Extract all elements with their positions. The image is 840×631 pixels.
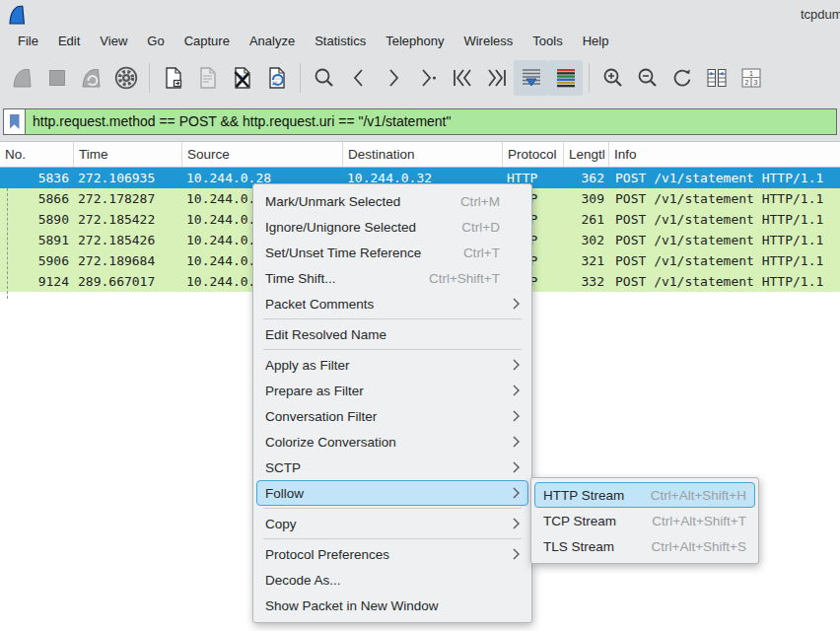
zoom-in-button[interactable] — [595, 60, 630, 96]
menu-item-label: Protocol Preferences — [265, 547, 500, 562]
display-filter-input[interactable]: http.request.method == POST && http.requ… — [26, 109, 836, 134]
stop-capture-button[interactable] — [39, 60, 74, 96]
start-capture-button[interactable] — [5, 60, 39, 96]
column-header-no[interactable]: No. — [0, 142, 74, 167]
menu-item-follow[interactable]: Follow — [256, 480, 528, 506]
zoom-out-icon — [635, 65, 661, 91]
menu-item-apply-as-filter[interactable]: Apply as Filter — [256, 352, 528, 378]
close-file-button[interactable] — [225, 60, 259, 96]
toolbar-separator — [300, 63, 301, 93]
packet-context-menu: Mark/Unmark SelectedCtrl+MIgnore/Unignor… — [252, 183, 532, 623]
submenu-arrow-icon — [508, 548, 520, 560]
submenu-arrow-icon — [508, 436, 520, 448]
packet-cell-info: POST /v1/statement HTTP/1.1 — [609, 188, 840, 209]
packet-cell-info: POST /v1/statement HTTP/1.1 — [609, 271, 840, 292]
menu-item-label: HTTP Stream — [543, 488, 631, 503]
go-first-packet-button[interactable] — [445, 60, 479, 96]
toolbar: 123 — [0, 53, 840, 103]
wireshark-logo-icon — [7, 3, 27, 26]
go-forward-button[interactable] — [376, 60, 410, 96]
submenu-item-tls-stream[interactable]: TLS StreamCtrl+Alt+Shift+S — [534, 533, 755, 559]
menu-item-copy[interactable]: Copy — [256, 511, 528, 536]
packet-cell-info: POST /v1/statement HTTP/1.1 — [609, 250, 840, 271]
packet-cell-info: POST /v1/statement HTTP/1.1 — [609, 230, 840, 250]
packet-cell-info: POST /v1/statement HTTP/1.1 — [609, 209, 840, 230]
menubar-help[interactable]: Help — [573, 30, 619, 52]
find-icon — [312, 65, 337, 91]
stop-icon — [44, 65, 70, 91]
gear-icon — [113, 65, 139, 91]
menu-item-protocol-preferences[interactable]: Protocol Preferences — [256, 541, 528, 567]
menu-item-set-unset-time-reference[interactable]: Set/Unset Time ReferenceCtrl+T — [256, 240, 528, 265]
submenu-arrow-icon — [508, 461, 520, 473]
menubar-tools[interactable]: Tools — [523, 30, 572, 52]
save-file-button[interactable] — [190, 60, 225, 96]
go-to-packet-button[interactable] — [410, 60, 445, 96]
submenu-arrow-icon — [508, 410, 520, 422]
find-packet-button[interactable] — [307, 60, 341, 96]
menubar-view[interactable]: View — [90, 30, 137, 52]
column-header-lengtl[interactable]: Lengtl — [564, 142, 609, 167]
column-header-protocol[interactable]: Protocol — [503, 142, 564, 167]
zoom-reset-button[interactable] — [665, 60, 699, 96]
menu-item-show-packet-in-new-window[interactable]: Show Packet in New Window — [256, 593, 528, 618]
reload-icon — [264, 65, 290, 91]
submenu-item-http-stream[interactable]: HTTP StreamCtrl+Alt+Shift+H — [534, 482, 755, 508]
packet-cell-no: 5906 — [0, 250, 74, 271]
menu-item-colorize-conversation[interactable]: Colorize Conversation — [256, 429, 528, 455]
packet-cell-no: 5866 — [0, 188, 74, 209]
menu-item-label: TCP Stream — [543, 514, 632, 528]
menu-item-label: Time Shift... — [265, 271, 409, 286]
packet-cell-time: 272.185422 — [74, 209, 182, 230]
go-last-packet-button[interactable] — [479, 60, 514, 96]
colorize-button[interactable] — [548, 60, 583, 96]
submenu-item-tcp-stream[interactable]: TCP StreamCtrl+Alt+Shift+T — [534, 508, 755, 533]
menu-item-prepare-as-filter[interactable]: Prepare as Filter — [256, 378, 528, 403]
menu-item-packet-comments[interactable]: Packet Comments — [256, 291, 528, 316]
packet-cell-time: 272.189684 — [74, 250, 182, 271]
shark-fin-icon — [10, 65, 35, 91]
reload-file-button[interactable] — [259, 60, 294, 96]
menubar-statistics[interactable]: Statistics — [305, 30, 376, 52]
filter-bookmark-button[interactable] — [4, 109, 26, 134]
column-header-info[interactable]: Info — [609, 142, 840, 167]
menu-item-label: Follow — [265, 486, 500, 501]
menu-item-time-shift[interactable]: Time Shift...Ctrl+Shift+T — [256, 265, 528, 291]
restart-capture-button[interactable] — [74, 60, 108, 96]
menu-item-shortcut: Ctrl+D — [461, 220, 500, 235]
menubar-file[interactable]: File — [8, 30, 48, 52]
resize-columns-button[interactable] — [699, 60, 734, 96]
capture-options-button[interactable] — [108, 60, 143, 96]
packet-cell-time: 272.106935 — [74, 168, 182, 188]
menubar-analyze[interactable]: Analyze — [240, 30, 305, 52]
open-file-button[interactable] — [156, 60, 190, 96]
column-header-destination[interactable]: Destination — [343, 142, 503, 167]
svg-text:1: 1 — [749, 70, 753, 77]
packet-cell-no: 9124 — [0, 271, 74, 292]
menu-item-label: Mark/Unmark Selected — [265, 194, 441, 209]
zoom-out-button[interactable] — [630, 60, 665, 96]
menu-item-shortcut: Ctrl+T — [463, 245, 500, 260]
column-header-source[interactable]: Source — [182, 142, 343, 167]
menubar-telephony[interactable]: Telephony — [376, 30, 454, 52]
menu-item-shortcut: Ctrl+Alt+Shift+T — [652, 514, 746, 528]
menu-item-sctp[interactable]: SCTP — [256, 455, 528, 480]
menu-item-mark-unmark-selected[interactable]: Mark/Unmark SelectedCtrl+M — [256, 188, 528, 214]
column-header-time[interactable]: Time — [74, 142, 182, 167]
menu-item-edit-resolved-name[interactable]: Edit Resolved Name — [256, 321, 528, 347]
menu-item-ignore-unignore-selected[interactable]: Ignore/Unignore SelectedCtrl+D — [256, 214, 528, 240]
go-back-button[interactable] — [341, 60, 376, 96]
follow-submenu: HTTP StreamCtrl+Alt+Shift+HTCP StreamCtr… — [530, 477, 759, 564]
menu-item-label: Ignore/Unignore Selected — [265, 220, 442, 235]
menubar-go[interactable]: Go — [137, 30, 174, 52]
menubar-capture[interactable]: Capture — [175, 30, 240, 52]
bookmark-icon — [10, 114, 20, 129]
menu-item-conversation-filter[interactable]: Conversation Filter — [256, 403, 528, 429]
window-title: tcpdum — [801, 7, 840, 22]
menubar-edit[interactable]: Edit — [48, 30, 90, 52]
auto-scroll-button[interactable] — [514, 60, 548, 96]
menu-item-decode-as[interactable]: Decode As... — [256, 567, 528, 593]
menubar-wireless[interactable]: Wireless — [454, 30, 523, 52]
submenu-arrow-icon — [508, 487, 520, 499]
layout-button[interactable]: 123 — [734, 60, 768, 96]
